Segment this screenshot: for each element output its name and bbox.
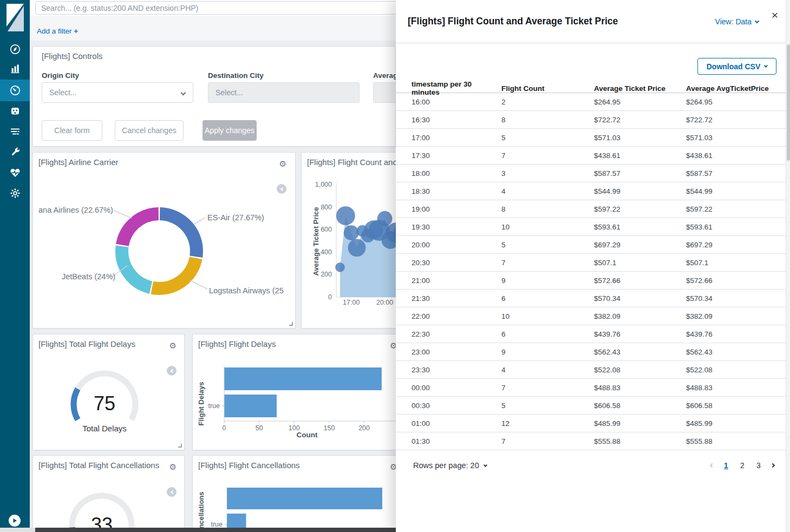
sidebar-collapse-button[interactable] xyxy=(9,515,21,527)
table-row: 21:009$572.66$572.66 xyxy=(396,272,790,290)
table-cell: 7 xyxy=(501,152,594,160)
table-cell: 4 xyxy=(501,187,594,195)
table-cell: 01:30 xyxy=(412,437,501,445)
origin-city-label: Origin City xyxy=(42,71,79,80)
pagination: 123 xyxy=(709,461,776,470)
scrollbar-thumb[interactable] xyxy=(787,44,790,161)
close-icon[interactable]: × xyxy=(772,9,778,21)
browser-scrollbar[interactable] xyxy=(786,0,790,532)
table-cell: 20:30 xyxy=(412,259,501,267)
table-row: 22:306$439.76$439.76 xyxy=(396,325,790,343)
panel-total-delays: [Flights] Total Flight Delays ⚙ 75 Total… xyxy=(32,334,185,450)
download-csv-button[interactable]: Download CSV xyxy=(697,58,776,75)
flyout-title: [Flights] Flight Count and Average Ticke… xyxy=(408,16,618,27)
resize-handle[interactable] xyxy=(289,322,293,326)
destination-city-select[interactable]: Select... xyxy=(208,82,360,103)
sidebar-item-logs[interactable] xyxy=(0,121,30,142)
table-header-cell: Average AvgTicketPrice xyxy=(686,84,790,93)
sidebar-item-discover[interactable] xyxy=(0,39,30,60)
table-cell: $488.83 xyxy=(594,384,686,392)
view-data-dropdown[interactable]: View: Data xyxy=(715,17,759,26)
panel-flight-cancellations: [Flights] Flight Cancellations ⚙ Flight … xyxy=(192,455,396,532)
table-cell: 17:00 xyxy=(412,134,501,142)
panel-flight-count: [Flights] Flight Count and Average Ticke… xyxy=(301,152,396,329)
table-cell: $264.95 xyxy=(686,98,790,106)
clear-form-button[interactable]: Clear form xyxy=(42,120,102,141)
table-cell: $697.29 xyxy=(594,241,686,249)
add-filter-link[interactable]: Add a filter + xyxy=(37,27,78,35)
pagination-page-1[interactable]: 1 xyxy=(721,461,732,470)
table-cell: 22:30 xyxy=(412,330,501,338)
table-cell: 9 xyxy=(501,348,594,356)
sidebar-item-management[interactable] xyxy=(0,183,30,203)
sidebar-item-visualize[interactable] xyxy=(0,58,30,79)
pagination-prev-icon[interactable] xyxy=(709,464,715,467)
origin-city-select[interactable]: Select... xyxy=(42,82,193,103)
table-cell: 9 xyxy=(501,277,594,285)
gauge-label: Total Delays xyxy=(33,424,176,433)
flight-cancellations-chart[interactable]: true xyxy=(193,456,396,532)
table-cell: 5 xyxy=(501,241,594,249)
airline-donut-chart[interactable] xyxy=(33,153,296,329)
table-cell: $544.99 xyxy=(686,187,790,195)
pagination-page-3[interactable]: 3 xyxy=(753,461,764,470)
cancel-changes-button[interactable]: Cancel changes xyxy=(115,120,184,141)
table-cell: $597.22 xyxy=(686,205,790,213)
panel-controls: [Flights] Controls Origin City Select...… xyxy=(32,46,396,147)
table-cell: $572.66 xyxy=(686,277,790,285)
svg-text:1,000: 1,000 xyxy=(315,181,332,188)
sidebar-item-timelion[interactable] xyxy=(0,101,30,121)
table-cell: $522.08 xyxy=(686,366,790,374)
table-cell: $438.61 xyxy=(594,152,686,160)
table-cell: $382.09 xyxy=(686,312,790,320)
table-cell: 4 xyxy=(501,366,594,374)
table-cell: $562.43 xyxy=(594,348,686,356)
table-row: 22:0010$382.09$382.09 xyxy=(396,307,790,325)
apply-changes-button[interactable]: Apply changes xyxy=(203,120,257,141)
rows-per-page-dropdown[interactable]: Rows per page: 20 xyxy=(413,461,487,470)
table-cell: 7 xyxy=(501,384,594,392)
sidebar-item-monitoring[interactable] xyxy=(0,162,30,183)
play-icon xyxy=(11,517,18,524)
log-lines-icon xyxy=(9,125,22,138)
chevron-down-icon xyxy=(181,90,186,95)
svg-text:0: 0 xyxy=(328,293,332,301)
table-cell: 18:00 xyxy=(412,169,501,178)
table-cell: $485.99 xyxy=(594,419,686,428)
resize-handle[interactable] xyxy=(178,444,182,448)
table-cell: 22:00 xyxy=(412,312,501,320)
flyout-footer: Rows per page: 20 123 xyxy=(396,456,790,475)
table-cell: 18:30 xyxy=(412,187,501,195)
pagination-page-2[interactable]: 2 xyxy=(737,461,748,470)
table-cell: $571.03 xyxy=(594,134,686,142)
pagination-next-icon[interactable] xyxy=(769,464,776,467)
sidebar-item-dashboard[interactable] xyxy=(0,80,30,101)
search-input[interactable] xyxy=(35,1,414,15)
table-cell: $570.34 xyxy=(686,294,790,303)
kibana-logo[interactable] xyxy=(0,0,30,35)
table-cell: 20:00 xyxy=(412,241,501,249)
table-cell: 21:00 xyxy=(412,277,501,285)
average-label: Averag xyxy=(373,71,397,80)
pagination-pages: 123 xyxy=(721,461,764,470)
destination-city-label: Destination City xyxy=(208,71,264,80)
donut-label-logstash: Logstash Airways (25 xyxy=(209,286,284,295)
flight-count-chart[interactable]: 02004006008001,00017:0020:00 xyxy=(302,153,397,329)
table-cell: 21:30 xyxy=(412,294,501,303)
table-cell: 17:30 xyxy=(412,152,501,160)
table-row: 17:005$571.03$571.03 xyxy=(396,129,790,147)
table-row: 18:304$544.99$544.99 xyxy=(396,182,790,200)
table-cell: 12 xyxy=(501,419,594,428)
compass-icon xyxy=(9,43,22,56)
wrench-icon xyxy=(9,146,22,159)
chevron-down-icon xyxy=(484,463,487,467)
average-select[interactable] xyxy=(373,82,396,103)
table-row: 18:003$587.57$587.57 xyxy=(396,165,790,182)
filter-bar: Add a filter + xyxy=(30,16,396,41)
donut-label-jetbeats: JetBeats (24%) xyxy=(62,272,115,281)
bar-chart-icon xyxy=(9,62,22,75)
sidebar-item-dev-tools[interactable] xyxy=(0,142,30,162)
table-row: 19:008$597.22$597.22 xyxy=(396,200,790,218)
table-cell: 16:00 xyxy=(412,98,501,106)
table-row: 21:306$570.34$570.34 xyxy=(396,290,790,307)
